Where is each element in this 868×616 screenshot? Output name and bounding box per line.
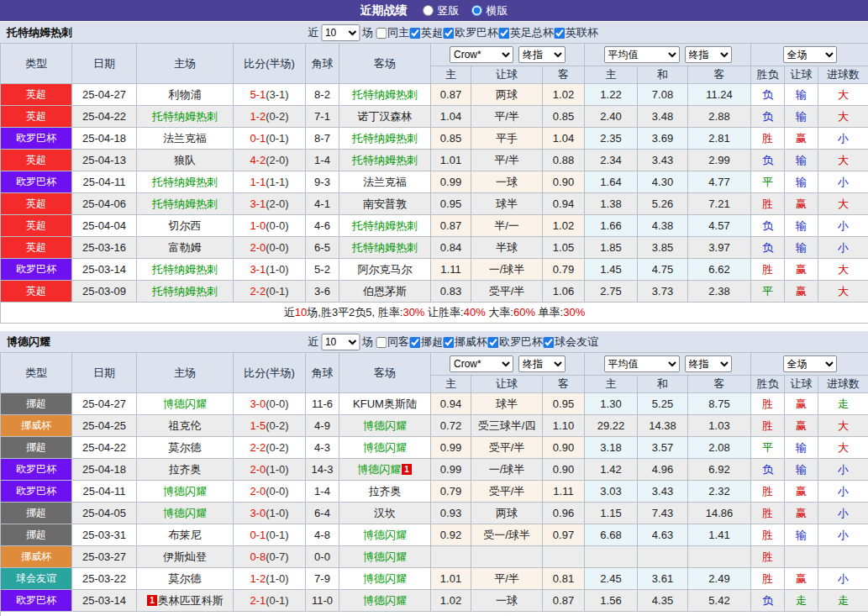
avg-odds-select[interactable]: 平均值 [604, 355, 680, 372]
match-score: 1-2(0-2) [234, 106, 306, 128]
filter-bar: 近10场同主英超欧罗巴杯英足总杯英联杯 [305, 22, 598, 44]
league-badge: 欧罗巴杯 [1, 590, 72, 612]
avg-final-select[interactable]: 终指 [685, 355, 732, 372]
avg-home-odds: 2.34 [585, 150, 638, 171]
full-time-score: 3-1 [250, 263, 266, 276]
match-score: 1-2(1-0) [234, 568, 306, 590]
result-outcome: 负 [751, 237, 785, 259]
avg-home-odds: 1.56 [585, 590, 638, 612]
handicap-away-odds: 0.94 [543, 193, 585, 215]
sub-col-header-2: 客 [543, 66, 585, 84]
layout-vertical-radio[interactable] [423, 5, 434, 16]
match-score: 4-2(2-0) [234, 150, 306, 171]
col-header-type: 类型 [1, 353, 72, 393]
match-row: 挪超25-04-05博德闪耀3-0(1-0)6-4汉坎0.93两球0.961.1… [1, 503, 868, 524]
avg-away-odds: 2.38 [688, 281, 751, 303]
avg-away-odds [688, 546, 751, 568]
league-filter-label: 欧罗巴杯 [499, 334, 543, 350]
handicap-line: 一/球半 [471, 459, 543, 481]
sub-col-header-7: 让球 [785, 66, 818, 84]
layout-option-label: 横版 [487, 3, 508, 18]
result-goals: 走 [818, 393, 868, 415]
sub-col-header-3: 主 [585, 376, 638, 393]
half-time-score: (2-0) [266, 197, 288, 210]
league-filter-checkbox[interactable] [443, 28, 454, 39]
result-goals [818, 546, 868, 568]
final-odds-select[interactable]: 终指 [518, 46, 566, 63]
result-outcome: 胜 [751, 393, 785, 415]
match-count-select[interactable]: 10 [321, 334, 360, 350]
result-goals: 大 [818, 193, 868, 215]
team-recent-results-section: 托特纳姆热刺近10场同主英超欧罗巴杯英足总杯英联杯类型日期主场比分(半场)角球客… [0, 21, 868, 324]
summary-row: 近10场,胜3平2负5, 胜率:30% 让胜率:40% 大率:60% 单率:30… [1, 303, 868, 324]
col-header-away: 客场 [339, 353, 431, 393]
crow-odds-select[interactable]: Crow* [450, 355, 513, 372]
home-team: 伊斯灿登 [137, 546, 234, 568]
avg-odds-select[interactable]: 平均值 [604, 46, 680, 63]
same-venue-checkbox[interactable] [376, 28, 387, 39]
result-outcome: 胜 [751, 524, 785, 546]
avg-odds-header: 平均值终指 [585, 353, 751, 376]
league-filter-option: 英联杯 [554, 25, 598, 40]
full-match-select[interactable]: 全场 [783, 355, 837, 372]
league-filter-checkbox[interactable] [443, 337, 454, 348]
league-filter-checkbox[interactable] [409, 337, 420, 348]
final-odds-select[interactable]: 终指 [518, 355, 566, 372]
corner-score: 4-3 [306, 437, 339, 459]
handicap-home-odds: 0.95 [431, 193, 471, 215]
away-team-name: 托特纳姆热刺 [352, 132, 418, 145]
home-team-name: 布莱尼 [169, 529, 202, 541]
corner-score: 4-6 [306, 215, 339, 237]
league-filter-label: 英超 [421, 25, 443, 40]
crow-odds-header: Crow*终指 [431, 44, 585, 66]
avg-away-odds: 6.92 [688, 459, 751, 481]
home-team: 祖克伦 [137, 415, 234, 437]
league-filter-checkbox[interactable] [543, 337, 554, 348]
half-time-score: (0-7) [266, 550, 288, 563]
handicap-home-odds: 1.01 [431, 150, 471, 171]
result-goals: 大 [818, 415, 868, 437]
results-table: 类型日期主场比分(半场)角球客场Crow*终指平均值终指全场主让球客主和客胜负让… [0, 43, 868, 324]
sub-col-header-0: 主 [431, 66, 471, 84]
league-filter-checkbox[interactable] [498, 28, 509, 39]
handicap-line: 一球 [471, 590, 543, 612]
full-match-header: 全场 [751, 44, 868, 66]
corner-score: 9-3 [306, 171, 339, 193]
summary-cell: 近10场,胜3平2负5, 胜率:30% 让胜率:40% 大率:60% 单率:30… [1, 303, 868, 324]
handicap-line: 半球 [471, 237, 543, 259]
avg-draw-odds [638, 546, 688, 568]
match-date: 25-03-14 [72, 590, 137, 612]
avg-final-select[interactable]: 终指 [685, 46, 732, 63]
result-handicap: 输 [785, 237, 818, 259]
summary-row: 近10场,胜7平1负2, 胜率:70% 让胜率:55.6% 大率:22.2% 单… [1, 612, 868, 616]
match-count-select[interactable]: 10 [321, 24, 360, 41]
home-team: 托特纳姆热刺 [137, 171, 234, 193]
league-filter-label: 球会友谊 [555, 334, 598, 350]
league-filter-option: 挪威杯 [443, 334, 487, 350]
match-row: 欧罗巴杯25-04-11博德闪耀2-0(0-0)1-4拉齐奥0.79受平/半1.… [1, 481, 868, 503]
avg-home-odds: 1.45 [585, 259, 638, 281]
layout-horizontal-radio[interactable] [471, 5, 482, 16]
crow-odds-select[interactable]: Crow* [450, 46, 513, 63]
league-filter-checkbox[interactable] [409, 28, 420, 39]
avg-draw-odds: 4.96 [638, 459, 688, 481]
avg-home-odds: 1.64 [585, 171, 638, 193]
home-team-name: 博德闪耀 [163, 507, 207, 519]
corner-score: 11-0 [306, 590, 339, 612]
near-label: 近 [308, 334, 318, 350]
team-section-header: 托特纳姆热刺近10场同主英超欧罗巴杯英足总杯英联杯 [0, 21, 868, 43]
match-date: 25-04-18 [72, 459, 137, 481]
league-filter-checkbox[interactable] [554, 28, 565, 39]
match-score: 3-1(1-0) [234, 259, 306, 281]
same-venue-checkbox[interactable] [376, 337, 387, 348]
full-match-select[interactable]: 全场 [783, 46, 837, 63]
avg-away-odds: 2.81 [688, 128, 751, 150]
league-filter-checkbox[interactable] [487, 337, 498, 348]
handicap-away-odds: 1.10 [543, 415, 585, 437]
league-badge: 挪超 [1, 393, 72, 415]
league-filter-option: 欧罗巴杯 [487, 334, 543, 350]
handicap-away-odds: 0.96 [543, 503, 585, 524]
home-team-name: 莫尔德 [169, 572, 202, 585]
home-team-name: 博德闪耀 [163, 485, 207, 498]
recent-results-page: 近期战绩 竖版横版 托特纳姆热刺近10场同主英超欧罗巴杯英足总杯英联杯类型日期主… [0, 0, 868, 616]
